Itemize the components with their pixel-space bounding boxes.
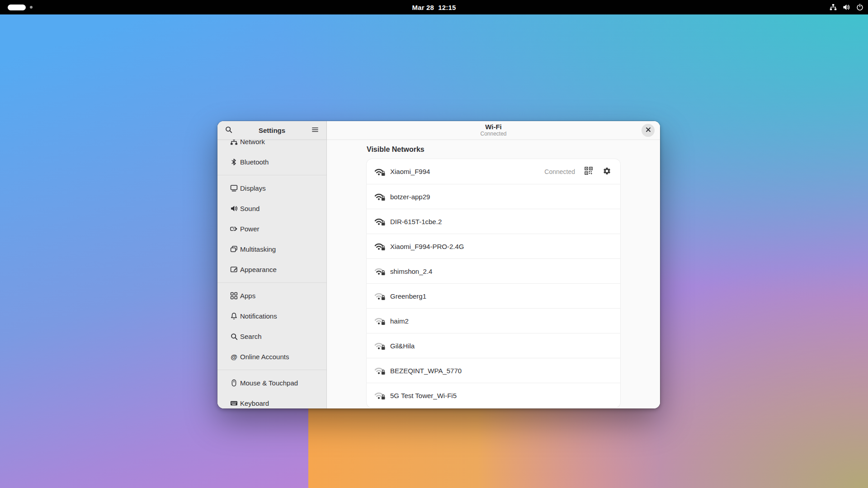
wifi-network-name: shimshon_2.4 bbox=[390, 267, 432, 275]
sidebar-item-search[interactable]: Search bbox=[217, 326, 326, 347]
wifi-signal-weak-lock-icon bbox=[374, 316, 386, 326]
gear-icon bbox=[603, 167, 611, 177]
wifi-network-row[interactable]: shimshon_2.4 bbox=[367, 258, 620, 283]
wifi-signal-strong-lock-icon bbox=[374, 192, 386, 202]
panel-scroll-area[interactable]: Visible Networks Xiaomi_F994Connected bo… bbox=[327, 140, 660, 408]
wifi-network-name: Greenberg1 bbox=[390, 292, 426, 300]
sidebar-item-label: Displays bbox=[240, 184, 266, 192]
sidebar-item-label: Appearance bbox=[240, 266, 277, 273]
wifi-status-label: Connected bbox=[544, 168, 575, 175]
keyboard-icon bbox=[230, 399, 238, 407]
sidebar-item-label: Online Accounts bbox=[240, 353, 289, 361]
wifi-qr-code-button[interactable] bbox=[581, 164, 596, 179]
apps-icon bbox=[230, 292, 238, 300]
search-icon bbox=[230, 333, 238, 340]
sidebar-item-label: Search bbox=[240, 333, 262, 340]
notifications-icon bbox=[230, 312, 238, 320]
sidebar-title: Settings bbox=[236, 127, 308, 134]
wifi-signal-weak-lock-icon bbox=[374, 341, 386, 351]
network-icon bbox=[230, 140, 238, 145]
panel-header-titles: Wi-Fi Connected bbox=[327, 123, 660, 137]
power-icon bbox=[230, 225, 238, 233]
wifi-network-row[interactable]: DIR-615T-1cbe.2 bbox=[367, 209, 620, 234]
volume-icon[interactable] bbox=[843, 4, 850, 11]
sidebar-item-appearance[interactable]: Appearance bbox=[217, 259, 326, 280]
sidebar-item-label: Apps bbox=[240, 292, 255, 300]
sidebar-item-displays[interactable]: Displays bbox=[217, 178, 326, 198]
sidebar-item-label: Keyboard bbox=[240, 399, 269, 407]
wifi-signal-medium-lock-icon bbox=[374, 266, 386, 276]
sidebar-nav: NetworkBluetoothDisplaysSoundPowerMultit… bbox=[217, 140, 326, 408]
sidebar-item-multitasking[interactable]: Multitasking bbox=[217, 239, 326, 259]
wifi-network-row[interactable]: Greenberg1 bbox=[367, 283, 620, 308]
main-menu-button[interactable] bbox=[308, 123, 322, 137]
sidebar-item-label: Bluetooth bbox=[240, 158, 269, 166]
wifi-network-name: Gil&Hila bbox=[390, 342, 415, 350]
wifi-network-name: Xiaomi_F994-PRO-2.4G bbox=[390, 243, 464, 250]
sidebar-item-keyboard[interactable]: Keyboard bbox=[217, 393, 326, 408]
sidebar-item-notifications[interactable]: Notifications bbox=[217, 306, 326, 326]
wifi-network-name: botzer-app29 bbox=[390, 193, 430, 201]
wifi-signal-weak-lock-icon bbox=[374, 390, 386, 400]
settings-window: Settings NetworkBluetoothDisplaysSoundPo… bbox=[217, 121, 660, 408]
wifi-network-name: Xiaomi_F994 bbox=[390, 168, 430, 175]
wifi-network-row[interactable]: Gil&Hila bbox=[367, 333, 620, 358]
wifi-network-name: DIR-615T-1cbe.2 bbox=[390, 218, 442, 225]
close-window-button[interactable] bbox=[642, 124, 655, 137]
clock-time: 12:15 bbox=[438, 4, 456, 11]
sidebar-item-label: Sound bbox=[240, 205, 259, 212]
sidebar-item-apps[interactable]: Apps bbox=[217, 286, 326, 306]
settings-sidebar: Settings NetworkBluetoothDisplaysSoundPo… bbox=[217, 121, 327, 408]
wifi-signal-weak-lock-icon bbox=[374, 291, 386, 301]
sidebar-separator bbox=[217, 175, 326, 175]
wifi-network-row[interactable]: Xiaomi_F994-PRO-2.4G bbox=[367, 234, 620, 258]
sidebar-item-sound[interactable]: Sound bbox=[217, 198, 326, 219]
system-tray[interactable] bbox=[830, 0, 863, 14]
wifi-network-row[interactable]: haim2 bbox=[367, 308, 620, 333]
wifi-signal-strong-lock-icon bbox=[374, 216, 386, 226]
appearance-icon bbox=[230, 266, 238, 273]
wifi-network-list: Xiaomi_F994Connected botzer-app29 DIR-61… bbox=[367, 159, 620, 408]
wifi-signal-strong-lock-icon bbox=[374, 241, 386, 251]
sidebar-header: Settings bbox=[217, 121, 326, 140]
sound-icon bbox=[230, 205, 238, 212]
wired-network-icon[interactable] bbox=[830, 4, 837, 11]
top-bar: Mar 28 12:15 bbox=[0, 0, 868, 14]
sidebar-item-label: Multitasking bbox=[240, 245, 276, 253]
sidebar-item-bluetooth[interactable]: Bluetooth bbox=[217, 152, 326, 172]
search-button[interactable] bbox=[222, 123, 236, 137]
wifi-network-row[interactable]: BEZEQINT_WPA_5770 bbox=[367, 358, 620, 383]
power-icon[interactable] bbox=[856, 4, 863, 11]
wifi-network-row[interactable]: Xiaomi_F994Connected bbox=[367, 159, 620, 184]
sidebar-item-power[interactable]: Power bbox=[217, 219, 326, 239]
clock-date: Mar 28 bbox=[412, 4, 434, 11]
wifi-network-name: 5G Test Tower_Wi-Fi5 bbox=[390, 392, 457, 399]
wifi-network-name: BEZEQINT_WPA_5770 bbox=[390, 367, 462, 375]
online-accounts-icon: @ bbox=[230, 353, 238, 361]
wifi-signal-weak-lock-icon bbox=[374, 366, 386, 375]
sidebar-item-label: Mouse & Touchpad bbox=[240, 379, 298, 387]
wifi-options-button[interactable] bbox=[599, 164, 614, 179]
wifi-network-name: haim2 bbox=[390, 317, 409, 325]
mouse-icon bbox=[230, 379, 238, 387]
visible-networks-heading: Visible Networks bbox=[367, 145, 620, 154]
sidebar-item-label: Notifications bbox=[240, 312, 277, 320]
bluetooth-icon bbox=[230, 158, 238, 166]
wifi-panel: Wi-Fi Connected Visible Networks Xiaomi_… bbox=[327, 121, 660, 408]
sidebar-separator bbox=[217, 282, 326, 283]
multitasking-icon bbox=[230, 245, 238, 253]
wifi-network-row[interactable]: botzer-app29 bbox=[367, 184, 620, 209]
qr-code-icon bbox=[585, 167, 593, 176]
wifi-network-row[interactable]: 5G Test Tower_Wi-Fi5 bbox=[367, 383, 620, 408]
sidebar-item-online-accounts[interactable]: @Online Accounts bbox=[217, 347, 326, 367]
sidebar-separator bbox=[217, 370, 326, 370]
displays-icon bbox=[230, 184, 238, 192]
sidebar-item-network[interactable]: Network bbox=[217, 140, 326, 152]
panel-subtitle: Connected bbox=[327, 131, 660, 137]
panel-header: Wi-Fi Connected bbox=[327, 121, 660, 140]
sidebar-scroll-area[interactable]: NetworkBluetoothDisplaysSoundPowerMultit… bbox=[217, 140, 326, 408]
close-icon bbox=[645, 127, 651, 134]
sidebar-item-mouse-touchpad[interactable]: Mouse & Touchpad bbox=[217, 373, 326, 393]
clock[interactable]: Mar 28 12:15 bbox=[0, 0, 868, 14]
sidebar-item-label: Power bbox=[240, 225, 259, 233]
